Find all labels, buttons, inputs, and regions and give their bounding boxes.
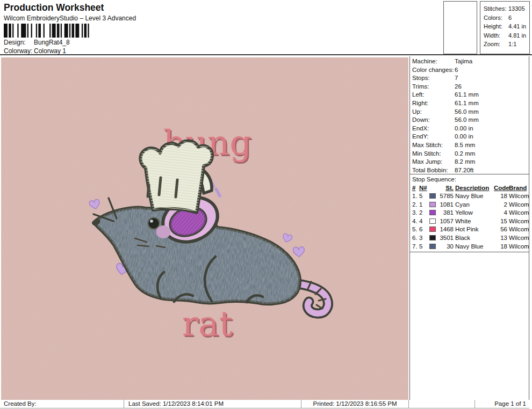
footer-blank-cell bbox=[408, 400, 475, 408]
machine-info-label: Total Bobbin: bbox=[412, 166, 455, 175]
machine-info-row: Up:56.0 mm bbox=[412, 108, 529, 116]
stop-row-number: 3. bbox=[412, 209, 419, 217]
machine-info-label: Max Stitch: bbox=[412, 141, 455, 150]
stop-row-number: 1. bbox=[412, 192, 419, 201]
production-worksheet-page: Production Worksheet Wilcom EmbroiderySt… bbox=[0, 0, 532, 409]
machine-info-row: Machine:Tajima bbox=[412, 57, 529, 66]
col-header-st: St. bbox=[429, 184, 455, 192]
thread-color-swatch bbox=[429, 210, 436, 215]
thread-color-swatch bbox=[429, 218, 436, 224]
col-header-num: # bbox=[412, 184, 419, 192]
stop-row-needle: 5 bbox=[419, 192, 429, 201]
machine-info-value: 56.0 mm bbox=[455, 108, 479, 115]
stop-sequence-table: # N# St. Description Code Brand 1. 5 578… bbox=[412, 184, 529, 251]
machine-info-row: Total Bobbin:87.20ft bbox=[412, 166, 529, 175]
machine-info-row: Max Jump:8.2 mm bbox=[412, 158, 529, 166]
stop-row-needle: 3 bbox=[419, 234, 429, 243]
machine-info-label: Down: bbox=[412, 116, 455, 125]
machine-info-row: Color changes:6 bbox=[412, 66, 529, 75]
footer-page-number: Page 1 of 1 bbox=[475, 400, 529, 408]
page-title: Production Worksheet bbox=[4, 2, 104, 13]
thread-color-swatch bbox=[429, 227, 436, 232]
eye-highlight bbox=[150, 220, 153, 223]
stat-label: Colors: bbox=[484, 13, 508, 23]
machine-info-value: 56.0 mm bbox=[455, 116, 479, 123]
stop-row-brand: Wilcom bbox=[509, 243, 531, 251]
stat-row: Width:4.81 in bbox=[484, 31, 529, 40]
stop-row-stitches: 1081 bbox=[438, 201, 455, 209]
col-header-code: Code bbox=[494, 184, 509, 192]
stat-row: Stitches:13305 bbox=[484, 4, 529, 13]
machine-info-label: Left: bbox=[412, 91, 455, 99]
stat-label: Zoom: bbox=[484, 40, 508, 49]
machine-info-value: 8.2 mm bbox=[455, 158, 475, 165]
design-preview-area: bung bung bbox=[1, 57, 408, 400]
rat-eye bbox=[148, 218, 160, 229]
footer-printed: Printed: 1/12/2023 8:16:55 PM bbox=[301, 400, 408, 408]
design-value: BungRat4_8 bbox=[34, 39, 70, 46]
machine-info-row: Right:61.1 mm bbox=[412, 99, 529, 108]
header-spacer-box bbox=[443, 1, 477, 54]
machine-info-row: Down:56.0 mm bbox=[412, 116, 529, 125]
machine-info-value: 61.1 mm bbox=[455, 91, 479, 98]
machine-info-value: 0.2 mm bbox=[455, 150, 475, 157]
machine-info-label: Machine: bbox=[412, 57, 455, 66]
stat-label: Width: bbox=[484, 31, 508, 40]
machine-info-label: Stops: bbox=[412, 74, 455, 83]
stop-row-brand: Wilcom bbox=[509, 209, 531, 217]
machine-info-row: Max Stitch:8.5 mm bbox=[412, 141, 529, 150]
svg-text:rat: rat bbox=[182, 304, 233, 344]
stop-row-stitches: 30 bbox=[438, 243, 455, 251]
stop-row-number: 6. bbox=[412, 234, 419, 243]
stop-row-stitches: 5785 bbox=[438, 192, 455, 201]
details-panel: Machine:Tajima Color changes:6 Stops:7 T… bbox=[409, 56, 529, 400]
design-label: Design: bbox=[4, 39, 34, 46]
stat-value: 4.81 in bbox=[508, 32, 526, 39]
machine-info-value: Tajima bbox=[455, 58, 472, 64]
machine-info-value: 0.00 in bbox=[455, 133, 473, 140]
machine-info-row: Min Stitch:0.2 mm bbox=[412, 150, 529, 158]
stat-value: 4.41 in bbox=[508, 23, 526, 30]
machine-info-row: EndX:0.00 in bbox=[412, 125, 529, 133]
col-header-brand: Brand bbox=[509, 184, 531, 192]
machine-info-value: 0.00 in bbox=[455, 125, 473, 132]
machine-info-value: 26 bbox=[455, 83, 462, 90]
stat-row: Height:4.41 in bbox=[484, 22, 529, 31]
thread-color-swatch bbox=[429, 235, 436, 240]
colorway-label: Colorway: bbox=[4, 47, 34, 55]
machine-info-label: Min Stitch: bbox=[412, 150, 455, 158]
software-subtitle: Wilcom EmbroideryStudio – Level 3 Advanc… bbox=[4, 14, 136, 22]
design-stats-box: Stitches:13305 Colors:6 Height:4.41 in W… bbox=[480, 1, 530, 54]
stop-row-brand: Wilcom bbox=[509, 201, 531, 209]
stat-value: 13305 bbox=[508, 5, 525, 12]
stop-row-stitches: 1468 bbox=[438, 225, 455, 234]
barcode bbox=[4, 24, 94, 38]
rat-illustration: bung bung bbox=[1, 57, 408, 400]
stop-sequence-section: Stop Sequence: # N# St. Description Code… bbox=[410, 174, 529, 252]
machine-info-value: 6 bbox=[455, 67, 458, 73]
colorway-row: Colorway:Colorway 1 bbox=[4, 47, 66, 55]
stop-row-number: 2. bbox=[412, 201, 419, 209]
footer-last-saved: Last Saved: 1/12/2023 8:14:01 PM bbox=[124, 400, 301, 408]
machine-info-label: Color changes: bbox=[412, 66, 455, 75]
footer-created-by: Created By: bbox=[0, 400, 124, 408]
stop-row-stitches: 381 bbox=[438, 209, 455, 217]
stop-row-code: 13 bbox=[494, 234, 509, 243]
stop-row-description: Cyan bbox=[455, 201, 494, 209]
machine-info-row: EndY:0.00 in bbox=[412, 133, 529, 141]
stop-row-description: Yellow bbox=[455, 209, 494, 217]
word-rat: rat rat bbox=[182, 304, 234, 345]
rat-cheek bbox=[156, 225, 171, 238]
machine-info-label: EndX: bbox=[412, 125, 455, 133]
stop-row-number: 4. bbox=[412, 217, 419, 226]
machine-info-value: 87.20ft bbox=[455, 167, 473, 173]
col-header-n: N# bbox=[419, 184, 429, 192]
stop-row-description: Navy Blue bbox=[455, 192, 494, 201]
stat-label: Height: bbox=[484, 22, 508, 31]
machine-info-value: 8.5 mm bbox=[455, 142, 475, 148]
machine-info-label: Trims: bbox=[412, 83, 455, 91]
stop-row-brand: Wilcom bbox=[509, 217, 531, 226]
stop-row-code: 56 bbox=[494, 225, 509, 234]
machine-info-label: Up: bbox=[412, 108, 455, 116]
stop-row-code: 4 bbox=[494, 209, 509, 217]
